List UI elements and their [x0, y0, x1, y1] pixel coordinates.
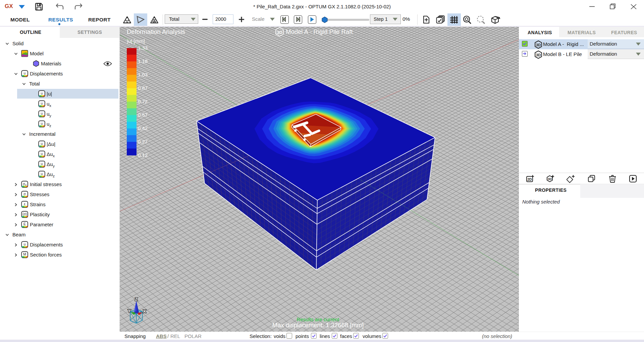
svg-text:0.57: 0.57 — [138, 112, 148, 118]
svg-text:2D: 2D — [527, 177, 532, 181]
svg-text:Model A - Rigid Pile Raft: Model A - Rigid Pile Raft — [286, 28, 353, 35]
svg-text:Deformation Analysis: Deformation Analysis — [127, 28, 185, 35]
svg-text:(σ): (σ) — [22, 212, 27, 216]
svg-text:3D: 3D — [277, 30, 282, 35]
svg-text:u: u — [41, 91, 43, 95]
svg-text:|u| [mm]: |u| [mm] — [127, 38, 145, 44]
svg-text:3D: 3D — [536, 43, 541, 47]
svg-text:1.18: 1.18 — [138, 58, 148, 64]
svg-text:0.87: 0.87 — [138, 85, 148, 91]
svg-text:u: u — [41, 172, 43, 176]
svg-text:ε: ε — [24, 202, 25, 206]
svg-text:E: E — [23, 222, 26, 226]
svg-text:M: M — [23, 252, 26, 256]
svg-text:u: u — [41, 141, 43, 146]
svg-text:Z: Z — [135, 297, 138, 302]
svg-text:0.27: 0.27 — [138, 139, 148, 145]
svg-text:u: u — [41, 121, 43, 125]
svg-text:X: X — [143, 309, 146, 314]
svg-text:3D: 3D — [536, 53, 541, 57]
svg-text:0.42: 0.42 — [138, 125, 148, 131]
svg-text:1.03: 1.03 — [138, 72, 148, 77]
svg-text:u: u — [41, 152, 43, 156]
svg-text:u: u — [24, 242, 26, 246]
svg-text:0.12: 0.12 — [138, 152, 148, 158]
svg-text:u: u — [24, 71, 26, 75]
svg-text:Max displacement: 1.32668 [mm]: Max displacement: 1.32668 [mm] — [272, 322, 364, 329]
svg-text:u: u — [41, 162, 43, 166]
svg-text:Y: Y — [128, 308, 131, 314]
svg-text:u: u — [41, 101, 43, 105]
svg-text:0.72: 0.72 — [138, 99, 148, 104]
svg-text:1.33: 1.33 — [138, 45, 148, 51]
svg-text:u: u — [41, 111, 43, 115]
svg-text:σ: σ — [23, 192, 26, 196]
svg-text:3D: 3D — [548, 177, 552, 181]
